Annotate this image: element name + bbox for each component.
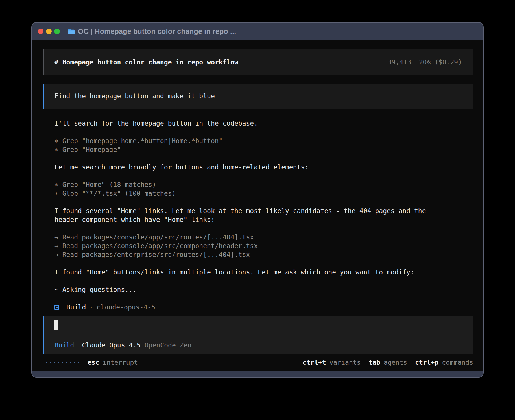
conversation: I'll search for the homepage button in t… — [43, 119, 473, 294]
tool-call-group: ∗ Grep "homepage|home.*button|Home.*butt… — [54, 137, 473, 154]
spinner-dot — [58, 362, 59, 363]
key-tab: tab — [368, 359, 380, 366]
assistant-text: I found several "Home" links. Let me loo… — [54, 207, 473, 224]
assistant-text-line: header component which have "Home" links… — [54, 215, 473, 224]
spinner-dot — [78, 362, 79, 363]
agent-model: claude-opus-4-5 — [97, 303, 155, 312]
spinner-dot — [66, 362, 67, 363]
folder-icon — [67, 29, 75, 34]
key-ctrl+p: ctrl+p — [415, 359, 438, 366]
spinner-dot — [70, 362, 71, 363]
status-bar-left: escinterrupt — [43, 358, 138, 367]
window-titlebar[interactable]: OC | Homepage button color change in rep… — [32, 23, 483, 40]
label-commands: commands — [442, 359, 473, 366]
input-model-label: Claude Opus 4.5 — [82, 341, 141, 350]
input-provider-label: OpenCode Zen — [145, 341, 191, 350]
tool-call-group: ∗ Grep "Home" (18 matches)∗ Glob "**/*.t… — [54, 180, 473, 198]
shortcut-variants: ctrl+tvariants — [303, 358, 361, 367]
input-agent-label[interactable]: Build — [54, 341, 74, 350]
input-meta-row: Build Claude Opus 4.5 OpenCode Zen — [54, 341, 462, 350]
tool-call-line: → Read packages/enterprise/src/routes/[.… — [54, 250, 473, 259]
text-cursor — [54, 320, 58, 330]
shortcut-commands: ctrl+pcommands — [415, 358, 473, 367]
terminal-body: # Homepage button color change in repo w… — [32, 40, 483, 371]
tool-call-line: ∗ Grep "Homepage" — [54, 145, 473, 154]
tool-call-line: → Read packages/console/app/src/componen… — [54, 242, 473, 250]
spinner-dot — [50, 362, 51, 363]
assistant-text: Let me search more broadly for buttons a… — [54, 163, 473, 172]
session-token-stats: 39,413 20% ($0.29) — [388, 58, 462, 67]
spinner-dot — [54, 362, 55, 363]
prompt-input[interactable]: Build Claude Opus 4.5 OpenCode Zen — [43, 316, 473, 354]
user-message-text: Find the homepage button and make it blu… — [54, 92, 215, 100]
shortcut-interrupt: escinterrupt — [88, 358, 138, 367]
assistant-text: I'll search for the homepage button in t… — [54, 119, 473, 128]
session-header: # Homepage button color change in repo w… — [43, 49, 473, 75]
agent-name: Build — [66, 303, 86, 312]
status-bar-right: ctrl+tvariantstabagentsctrl+pcommands — [295, 358, 473, 367]
tool-call-line: ∗ Grep "Home" (18 matches) — [54, 180, 473, 189]
window-title: OC | Homepage button color change in rep… — [78, 27, 236, 36]
key-esc: esc — [88, 359, 99, 366]
status-bar: escinterrupt ctrl+tvariantstabagentsctrl… — [43, 358, 473, 367]
tool-call-group: → Read packages/console/app/src/routes/[… — [54, 233, 473, 259]
agent-separator: · — [89, 303, 93, 312]
agent-status-line: Build · claude-opus-4-5 — [43, 303, 473, 312]
assistant-text-line: I found several "Home" links. Let me loo… — [54, 207, 473, 215]
session-title: # Homepage button color change in repo w… — [54, 58, 238, 67]
user-message: Find the homepage button and make it blu… — [43, 84, 473, 109]
window-footer — [32, 371, 483, 378]
zoom-button[interactable] — [54, 29, 60, 34]
spinner-dots — [46, 362, 79, 363]
spinner-dot — [74, 362, 75, 363]
assistant-text-line: Let me search more broadly for buttons a… — [54, 163, 473, 172]
assistant-text-line: I'll search for the homepage button in t… — [54, 119, 473, 128]
label-variants: variants — [329, 359, 361, 366]
shortcut-agents: tabagents — [368, 358, 407, 367]
tool-call-line: ∗ Grep "homepage|home.*button|Home.*butt… — [54, 137, 473, 145]
build-agent-icon — [54, 305, 59, 310]
terminal-window: OC | Homepage button color change in rep… — [31, 22, 484, 378]
close-button[interactable] — [38, 29, 43, 34]
tool-call-line: → Read packages/console/app/src/routes/[… — [54, 233, 473, 242]
label-interrupt: interrupt — [103, 359, 138, 366]
assistant-text-line: I found "Home" buttons/links in multiple… — [54, 268, 473, 277]
traffic-lights — [38, 29, 60, 34]
assistant-text-line: ~ Asking questions... — [54, 285, 473, 294]
tool-call-line: ∗ Glob "**/*.tsx" (100 matches) — [54, 189, 473, 198]
assistant-text: I found "Home" buttons/links in multiple… — [54, 268, 473, 277]
spinner-dot — [46, 362, 47, 363]
key-ctrl+t: ctrl+t — [303, 359, 326, 366]
label-agents: agents — [384, 359, 407, 366]
assistant-text: ~ Asking questions... — [54, 285, 473, 294]
spinner-dot — [62, 362, 63, 363]
minimize-button[interactable] — [46, 29, 52, 34]
